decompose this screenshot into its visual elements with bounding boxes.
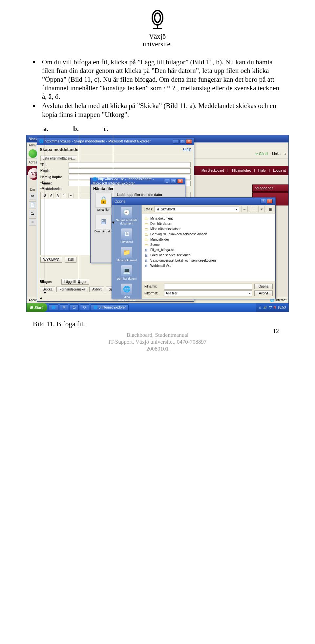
up-icon[interactable]: ↑: [250, 206, 256, 212]
wysiwyg-tab[interactable]: WYSIWYG: [40, 257, 62, 263]
help-link[interactable]: Hjälp: [183, 147, 191, 152]
rail-icon[interactable]: 📄: [29, 201, 36, 208]
help-icon[interactable]: ?: [260, 199, 266, 204]
label-a: a.: [43, 125, 49, 133]
bcc-label: Hemlig kopia:: [40, 175, 67, 179]
bb-link[interactable]: Hjälp: [258, 169, 266, 172]
windows-taskbar[interactable]: ⊞ Start 🌐 ✉ 🗀 🛡 🌐 3 Internet Explorer ⚠ …: [27, 303, 288, 312]
quicklaunch-icon[interactable]: 🗀: [70, 304, 79, 311]
rail-icon[interactable]: ≡: [29, 218, 36, 225]
back-icon[interactable]: ←: [241, 206, 248, 212]
maximize-icon[interactable]: □: [171, 179, 177, 183]
folder-icon: 🗀: [144, 232, 149, 236]
list-item[interactable]: 🗎Lokal och service sektionen: [144, 253, 273, 258]
chevron-icon[interactable]: »: [284, 152, 286, 156]
tray-icon[interactable]: 🔊: [263, 306, 267, 309]
align-icon[interactable]: ≡: [68, 193, 74, 198]
close-icon[interactable]: ×: [267, 199, 273, 204]
list-item[interactable]: 🗀Scener: [144, 242, 273, 247]
underline-icon[interactable]: A: [55, 193, 60, 198]
quicklaunch-icon[interactable]: 🛡: [80, 304, 89, 311]
rail-icon[interactable]: ✉: [29, 193, 36, 200]
cancel-button[interactable]: Avbryt: [89, 287, 104, 292]
list-item[interactable]: 🗎Växjö universitet Lokal- och servicesek…: [144, 258, 273, 263]
list-item-label: Webbmail Vxu: [150, 263, 171, 268]
start-label: Start: [34, 306, 43, 310]
to-field[interactable]: [69, 162, 191, 167]
find-recipients-button[interactable]: Leta efter mottagare...: [40, 156, 77, 161]
place-recent[interactable]: 🕘Senast använda dokument: [113, 207, 140, 225]
windows-icon: ⊞: [30, 305, 33, 310]
list-item[interactable]: 🗀Den här datorn: [144, 221, 273, 226]
file-list[interactable]: 🗀Mina dokument🗀Den här datorn🗀Mina nätve…: [142, 214, 275, 270]
places-bar: 🕘Senast använda dokument 🖥Skrivbord 📁Min…: [112, 205, 141, 299]
place-desktop[interactable]: 🖥Skrivbord: [113, 228, 140, 244]
send-button[interactable]: Skicka: [40, 287, 55, 292]
abc-labels: a. b. c.: [33, 125, 282, 133]
filename-input[interactable]: [164, 284, 252, 290]
file-icon: 🗎: [144, 248, 149, 252]
attachments-label: Bilagor:: [40, 280, 59, 284]
bullet-2: Avsluta det hela med att klicka på ”Skic…: [42, 101, 282, 119]
minimize-icon[interactable]: _: [173, 139, 179, 144]
links-label[interactable]: Links: [272, 152, 281, 156]
right-nav-item[interactable]: ndläggande: [252, 184, 288, 192]
message-label: *Meddelande:: [40, 187, 67, 191]
tray-icon[interactable]: 🛡: [269, 306, 272, 309]
tray-n-icon[interactable]: N: [274, 306, 276, 309]
list-item[interactable]: 🗀Mina nätverksplatser: [144, 226, 273, 232]
cc-field[interactable]: [69, 168, 191, 174]
quicklaunch-icon[interactable]: ✉: [60, 304, 68, 311]
lookin-combo[interactable]: 🖥 Skrivbord▾: [155, 206, 239, 212]
page-number: 12: [273, 328, 279, 335]
cancel-open-button[interactable]: Avbryt: [254, 290, 273, 296]
open-button[interactable]: Öppna: [254, 284, 273, 289]
list-item[interactable]: 🗎Fil_att_bifoga.txt: [144, 247, 273, 253]
list-item-label: Scener: [150, 242, 161, 247]
list-item[interactable]: 🗎Webbmail Vxu: [144, 263, 273, 268]
place-network[interactable]: 🌐Mina nätverksplatser: [113, 284, 140, 302]
newfolder-icon[interactable]: ✳: [258, 206, 265, 212]
filetype-combo[interactable]: Alla filer▾: [164, 290, 252, 296]
open-titlebar[interactable]: Öppna ? ×: [112, 198, 275, 205]
back-button-icon[interactable]: ←: [29, 149, 37, 158]
arrow-c: [113, 135, 113, 224]
list-item[interactable]: 🗀Manualbilder: [144, 237, 273, 242]
list-item[interactable]: 🗀Genväg till Lokal- och servicesektionen: [144, 232, 273, 237]
minimize-icon[interactable]: _: [164, 179, 170, 183]
preview-button[interactable]: Förhandsgranska: [56, 287, 88, 292]
paragraph-icon[interactable]: ¶: [62, 193, 67, 198]
add-attachment-button[interactable]: Lägg till bilagor: [61, 279, 89, 285]
close-icon[interactable]: ×: [177, 179, 183, 183]
go-label[interactable]: ➔ Gå till: [255, 152, 268, 156]
left-icon-rail: Din ✉ 📄 🗂 ≡: [28, 188, 37, 227]
place-computer[interactable]: 💻Den här datorn: [113, 265, 140, 280]
folder-icon: 🗀: [144, 243, 149, 247]
my-files-icon[interactable]: 🔒 Mina filer: [93, 193, 114, 211]
list-item[interactable]: 🗀Mina dokument: [144, 216, 273, 221]
place-mydocs[interactable]: 📁Mina dokument: [113, 247, 140, 262]
to-label: *Till:: [40, 163, 67, 166]
compose-heading: Skapa meddelande: [40, 147, 78, 152]
italic-icon[interactable]: A: [49, 193, 54, 198]
bb-link[interactable]: Logga ut: [273, 169, 286, 172]
fetch-titlebar[interactable]: 🌐 http://lms.vxu.se - Innehållsläsare - …: [91, 178, 185, 184]
list-item-label: Mina nätverksplatser: [150, 226, 180, 232]
bb-link[interactable]: Tillgänglighet: [231, 169, 251, 172]
system-tray[interactable]: ⚠ 🔊 🛡 N 16:53: [256, 303, 288, 312]
close-icon[interactable]: ×: [186, 139, 192, 144]
bb-link[interactable]: Min Blackboard: [201, 169, 224, 172]
views-icon[interactable]: ▦: [267, 206, 273, 212]
compose-titlebar[interactable]: 🌐 http://lms.vxu.se - Skapa meddelande -…: [37, 138, 194, 145]
label-c: c.: [103, 125, 108, 133]
list-item-label: Mina dokument: [150, 216, 173, 221]
tray-icon[interactable]: ⚠: [259, 306, 262, 309]
source-tab[interactable]: Käll: [65, 257, 76, 263]
taskbar-window[interactable]: 🌐 3 Internet Explorer: [91, 304, 129, 311]
bullet-1: Om du vill bifoga en fil, klicka på ”Läg…: [42, 58, 282, 101]
maximize-icon[interactable]: □: [179, 139, 185, 144]
quicklaunch-icon[interactable]: 🌐: [49, 304, 58, 311]
start-button[interactable]: ⊞ Start: [27, 303, 47, 312]
rail-icon[interactable]: 🗂: [29, 210, 36, 217]
this-computer-icon[interactable]: 🖥 Den här dat...: [93, 215, 114, 233]
